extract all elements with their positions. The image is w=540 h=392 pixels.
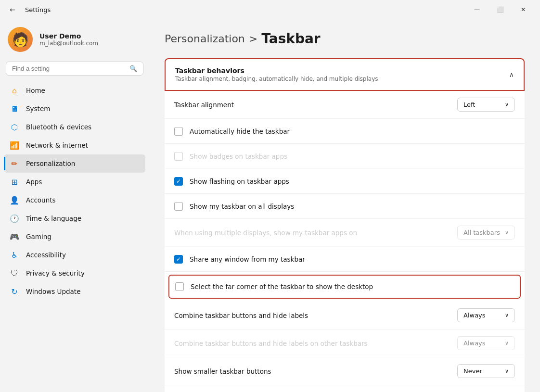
setting-row-badges: Show badges on taskbar apps [165, 144, 525, 169]
setting-row-smaller_buttons: Show smaller taskbar buttonsNever∨ [165, 357, 525, 385]
titlebar: ← Settings — ⬜ ✕ [0, 0, 540, 19]
restore-button[interactable]: ⬜ [489, 2, 511, 17]
checkbox-show_desktop[interactable] [175, 282, 184, 291]
accounts-icon: 👤 [10, 195, 19, 205]
dropdown-chevron-icon: ∨ [505, 312, 509, 318]
setting-row-auto_hide: Automatically hide the taskbar [165, 119, 525, 144]
sidebar-item-label: Accessibility [26, 251, 66, 259]
setting-label-multiple_display_apps: When using multiple displays, show my ta… [174, 229, 357, 237]
setting-row-share_window: Share any window from my taskbar [165, 247, 525, 272]
user-profile[interactable]: 🧑 User Demo m_lab@outlook.com [4, 19, 145, 62]
sidebar-item-home[interactable]: ⌂Home [4, 81, 145, 100]
dropdown-value-combine_buttons: Always [463, 312, 501, 319]
dropdown-value-alignment: Left [463, 101, 501, 108]
breadcrumb-separator: > [249, 33, 257, 45]
sidebar-item-network[interactable]: 📶Network & internet [4, 136, 145, 154]
highlighted-setting-row: Select the far corner of the taskbar to … [168, 275, 521, 299]
search-box[interactable]: 🔍 [6, 62, 143, 76]
setting-label-share_window: Share any window from my taskbar [190, 255, 305, 263]
accessibility-icon: ♿ [10, 250, 19, 260]
privacy-icon: 🛡 [10, 268, 19, 278]
sidebar-item-system[interactable]: 🖥System [4, 100, 145, 118]
page-header: Personalization > Taskbar [165, 31, 525, 47]
setting-label-smaller_buttons: Show smaller taskbar buttons [174, 367, 271, 375]
dropdown-combine_other: Always∨ [457, 336, 515, 350]
dropdown-value-combine_other: Always [463, 340, 501, 347]
sidebar-item-label: Personalization [26, 160, 75, 167]
sidebar-item-personalization[interactable]: ✏Personalization [4, 154, 145, 173]
checkbox-all_displays[interactable] [174, 202, 183, 211]
dropdown-value-smaller_buttons: Never [463, 367, 501, 375]
dropdown-combine_buttons[interactable]: Always∨ [457, 308, 515, 322]
setting-label-all_displays: Show my taskbar on all displays [190, 202, 294, 210]
checkbox-flashing[interactable] [174, 177, 183, 186]
sidebar-item-label: Bluetooth & devices [26, 123, 91, 131]
dropdown-alignment[interactable]: Left∨ [457, 98, 515, 112]
chevron-up-icon: ∧ [509, 71, 514, 78]
dropdown-smaller_buttons[interactable]: Never∨ [457, 364, 515, 378]
personalization-icon: ✏ [10, 159, 19, 168]
setting-label-combine_buttons: Combine taskbar buttons and hide labels [174, 312, 308, 319]
sidebar-item-accounts[interactable]: 👤Accounts [4, 191, 145, 209]
checkbox-badges[interactable] [174, 152, 183, 161]
sidebar-item-bluetooth[interactable]: ⬡Bluetooth & devices [4, 118, 145, 136]
section-header[interactable]: Taskbar behaviors Taskbar alignment, bad… [165, 58, 525, 91]
home-icon: ⌂ [10, 86, 19, 95]
avatar: 🧑 [8, 27, 33, 52]
setting-label-badges: Show badges on taskbar apps [190, 152, 287, 160]
setting-row-flashing: Show flashing on taskbar apps [165, 169, 525, 194]
setting-row-combine_other: Combine taskbar buttons and hide labels … [165, 329, 525, 357]
update-icon: ↻ [10, 287, 19, 296]
setting-row-alignment: Taskbar alignmentLeft∨ [165, 91, 525, 119]
setting-row-combine_buttons: Combine taskbar buttons and hide labelsA… [165, 302, 525, 329]
search-input[interactable] [12, 65, 126, 72]
sidebar-item-label: Time & language [26, 215, 81, 222]
window-controls: — ⬜ ✕ [466, 2, 534, 17]
sidebar-item-label: System [26, 105, 50, 113]
section-description: Taskbar alignment, badging, automaticall… [175, 76, 378, 82]
dropdown-chevron-icon: ∨ [505, 101, 509, 108]
sidebar-item-privacy[interactable]: 🛡Privacy & security [4, 264, 145, 282]
user-name: User Demo [39, 32, 98, 40]
breadcrumb-parent: Personalization [165, 33, 245, 45]
section-header-text: Taskbar behaviors Taskbar alignment, bad… [175, 67, 378, 82]
setting-row-jump_list: Show jump list when hovering on inactive… [165, 385, 525, 392]
sidebar-item-label: Privacy & security [26, 269, 85, 277]
checkbox-share_window[interactable] [174, 255, 183, 264]
sidebar-item-update[interactable]: ↻Windows Update [4, 282, 145, 301]
gaming-icon: 🎮 [10, 232, 19, 241]
bluetooth-icon: ⬡ [10, 122, 19, 132]
close-button[interactable]: ✕ [512, 2, 534, 17]
section-title: Taskbar behaviors [175, 67, 378, 75]
apps-icon: ⊞ [10, 177, 19, 187]
dropdown-chevron-icon: ∨ [505, 229, 509, 236]
dropdown-value-multiple_display_apps: All taskbars [463, 229, 501, 236]
setting-label-combine_other: Combine taskbar buttons and hide labels … [174, 340, 368, 347]
user-info: User Demo m_lab@outlook.com [39, 32, 98, 47]
sidebar: 🧑 User Demo m_lab@outlook.com 🔍 ⌂Home🖥Sy… [0, 19, 149, 392]
setting-row-show_desktop: Select the far corner of the taskbar to … [169, 276, 520, 298]
back-button[interactable]: ← [6, 3, 19, 16]
user-email: m_lab@outlook.com [39, 40, 98, 47]
sidebar-item-accessibility[interactable]: ♿Accessibility [4, 246, 145, 264]
setting-label-auto_hide: Automatically hide the taskbar [190, 127, 290, 135]
checkbox-auto_hide[interactable] [174, 127, 183, 136]
dropdown-multiple_display_apps: All taskbars∨ [457, 226, 515, 240]
setting-label-flashing: Show flashing on taskbar apps [190, 177, 289, 185]
sidebar-item-gaming[interactable]: 🎮Gaming [4, 228, 145, 246]
sidebar-item-label: Windows Update [26, 288, 80, 295]
setting-label-show_desktop: Select the far corner of the taskbar to … [191, 283, 373, 291]
minimize-button[interactable]: — [466, 2, 488, 17]
system-icon: 🖥 [10, 104, 19, 114]
page-title: Taskbar [261, 31, 320, 47]
sidebar-item-time[interactable]: 🕐Time & language [4, 209, 145, 228]
dropdown-chevron-icon: ∨ [505, 340, 509, 346]
sidebar-item-label: Network & internet [26, 141, 88, 149]
sidebar-item-label: Accounts [26, 196, 56, 204]
setting-row-multiple_display_apps: When using multiple displays, show my ta… [165, 219, 525, 247]
network-icon: 📶 [10, 140, 19, 150]
sidebar-item-apps[interactable]: ⊞Apps [4, 173, 145, 191]
nav-menu: ⌂Home🖥System⬡Bluetooth & devices📶Network… [4, 81, 145, 301]
sidebar-item-label: Home [26, 87, 45, 94]
setting-label-alignment: Taskbar alignment [174, 101, 234, 109]
